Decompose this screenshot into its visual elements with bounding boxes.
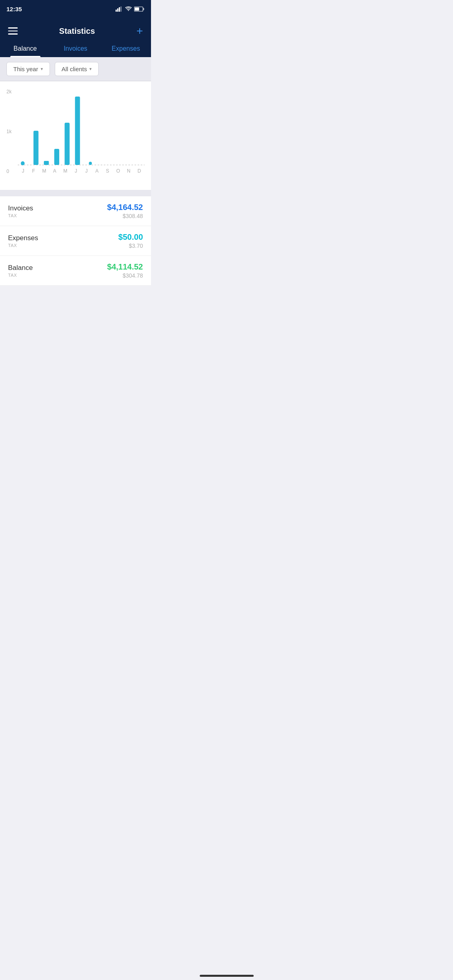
x-label-d: D (134, 168, 145, 174)
svg-rect-13 (75, 97, 80, 165)
invoices-values: $4,164.52 $308.48 (107, 203, 143, 219)
expenses-stat-row: Expenses TAX $50.00 $3.70 (0, 226, 151, 256)
balance-label-group: Balance TAX (8, 264, 33, 278)
svg-rect-0 (116, 10, 117, 12)
svg-rect-1 (117, 8, 118, 12)
period-chevron-icon: ▾ (41, 66, 43, 72)
balance-tax-label: TAX (8, 273, 33, 278)
svg-rect-5 (143, 8, 145, 10)
menu-button[interactable] (8, 27, 18, 35)
expenses-tax-amount: $3.70 (118, 243, 143, 249)
x-axis-labels: J F M A M J J A S O N D (18, 168, 145, 174)
svg-rect-12 (64, 123, 69, 165)
signal-icon (116, 6, 123, 12)
client-chevron-icon: ▾ (89, 66, 92, 72)
svg-rect-2 (119, 7, 120, 12)
invoices-stat-row: Invoices TAX $4,164.52 $308.48 (0, 196, 151, 226)
y-label-0: 0 (6, 169, 12, 174)
expenses-label: Expenses (8, 234, 38, 242)
balance-label: Balance (8, 264, 33, 272)
invoices-label: Invoices (8, 204, 33, 212)
invoices-label-group: Invoices TAX (8, 204, 33, 218)
expenses-values: $50.00 $3.70 (118, 233, 143, 249)
tab-expenses[interactable]: Expenses (101, 40, 151, 57)
bottom-area (0, 286, 151, 366)
svg-point-8 (21, 161, 25, 165)
invoices-amount: $4,164.52 (107, 203, 143, 212)
y-label-1k: 1k (6, 129, 12, 134)
x-label-a2: A (92, 168, 102, 174)
x-label-m2: M (60, 168, 70, 174)
tab-balance[interactable]: Balance (0, 40, 50, 57)
stats-section: Invoices TAX $4,164.52 $308.48 Expenses … (0, 196, 151, 286)
balance-tax-amount: $304.78 (107, 272, 143, 279)
svg-rect-10 (44, 161, 49, 165)
period-filter-label: This year (13, 66, 38, 72)
y-label-2k: 2k (6, 89, 12, 94)
y-axis-labels: 2k 1k 0 (6, 89, 12, 174)
x-label-j3: J (81, 168, 92, 174)
status-bar: 12:35 (0, 0, 151, 18)
x-label-n: N (124, 168, 134, 174)
chart-container: 2k 1k 0 (0, 81, 151, 190)
page-title: Statistics (59, 27, 95, 36)
chart-svg (18, 89, 145, 166)
status-time: 12:35 (6, 6, 22, 12)
x-label-o: O (113, 168, 123, 174)
balance-stat-row: Balance TAX $4,114.52 $304.78 (0, 256, 151, 286)
x-label-j1: J (18, 168, 28, 174)
client-filter[interactable]: All clients ▾ (55, 62, 99, 76)
balance-values: $4,114.52 $304.78 (107, 262, 143, 279)
invoices-tax-amount: $308.48 (107, 213, 143, 219)
filter-row: This year ▾ All clients ▾ (0, 57, 151, 81)
x-label-m1: M (39, 168, 50, 174)
bar-chart: J F M A M J J A S O N D (18, 89, 145, 174)
tab-bar: Balance Invoices Expenses (0, 40, 151, 57)
svg-rect-6 (135, 7, 139, 10)
x-label-s: S (102, 168, 113, 174)
tab-invoices[interactable]: Invoices (50, 40, 101, 57)
balance-amount: $4,114.52 (107, 262, 143, 272)
x-label-f: F (28, 168, 39, 174)
period-filter[interactable]: This year ▾ (6, 62, 50, 76)
battery-icon (134, 6, 145, 12)
svg-rect-11 (54, 149, 59, 165)
expenses-label-group: Expenses TAX (8, 234, 38, 248)
invoices-tax-label: TAX (8, 213, 33, 218)
app-header: Statistics + (0, 18, 151, 40)
svg-rect-9 (33, 131, 38, 165)
chart-area: 2k 1k 0 (6, 89, 145, 186)
svg-point-14 (89, 162, 92, 165)
x-label-a1: A (50, 168, 60, 174)
expenses-tax-label: TAX (8, 243, 38, 248)
svg-rect-3 (120, 6, 122, 12)
x-label-j2: J (70, 168, 81, 174)
add-button[interactable]: + (137, 25, 143, 37)
section-separator (0, 190, 151, 196)
status-icons (116, 6, 145, 12)
client-filter-label: All clients (62, 66, 87, 72)
wifi-icon (125, 6, 132, 12)
expenses-amount: $50.00 (118, 233, 143, 242)
